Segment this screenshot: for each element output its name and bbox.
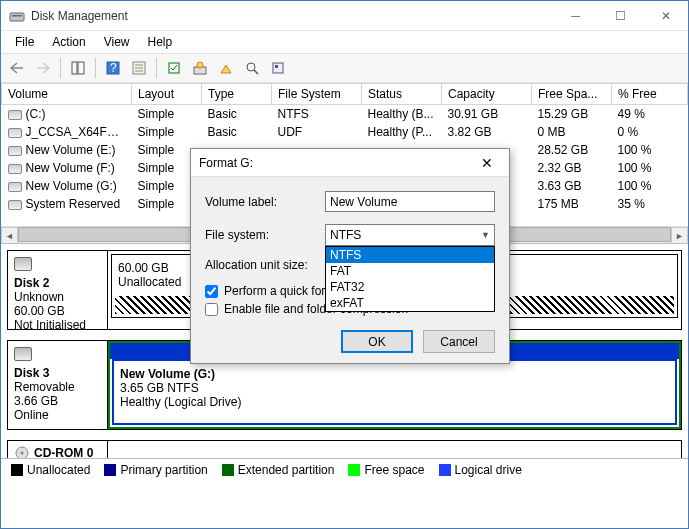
show-hide-button[interactable]: [66, 56, 90, 80]
file-system-value: NTFS: [330, 228, 361, 242]
volume-label-input[interactable]: [325, 191, 495, 212]
table-row[interactable]: J_CCSA_X64FRE_E...SimpleBasicUDFHealthy …: [2, 123, 688, 141]
legend-primary: Primary partition: [104, 463, 207, 477]
disk-name: Disk 2: [14, 276, 101, 290]
dialog-title: Format G:: [199, 156, 473, 170]
format-dialog: Format G: ✕ Volume label: File system: N…: [190, 148, 510, 364]
file-system-label: File system:: [205, 228, 325, 242]
compression-checkbox[interactable]: [205, 303, 218, 316]
window-title: Disk Management: [31, 9, 553, 23]
tool-icon-4[interactable]: [240, 56, 264, 80]
vol-detail: 3.65 GB NTFS: [120, 381, 669, 395]
disk-init: Not Initialised: [14, 318, 101, 332]
menu-file[interactable]: File: [7, 33, 42, 51]
legend: Unallocated Primary partition Extended p…: [1, 458, 688, 480]
svg-rect-2: [72, 62, 77, 74]
legend-extended: Extended partition: [222, 463, 335, 477]
dialog-close-button[interactable]: ✕: [473, 149, 501, 177]
menu-view[interactable]: View: [96, 33, 138, 51]
close-button[interactable]: ✕: [643, 1, 688, 30]
chevron-down-icon: ▼: [481, 230, 490, 240]
menubar: File Action View Help: [1, 31, 688, 53]
disk-icon: [14, 347, 32, 361]
titlebar: Disk Management ─ ☐ ✕: [1, 1, 688, 31]
forward-button[interactable]: [31, 56, 55, 80]
svg-point-18: [21, 452, 24, 455]
tool-icon-1[interactable]: [162, 56, 186, 80]
help-icon[interactable]: ?: [101, 56, 125, 80]
column-headers[interactable]: Volume Layout Type File System Status Ca…: [2, 84, 688, 105]
disk-online: Online: [14, 408, 101, 422]
col-type[interactable]: Type: [202, 84, 272, 105]
cancel-button[interactable]: Cancel: [423, 330, 495, 353]
col-fs[interactable]: File System: [272, 84, 362, 105]
volume-label-label: Volume label:: [205, 195, 325, 209]
col-status[interactable]: Status: [362, 84, 442, 105]
col-free[interactable]: Free Spa...: [532, 84, 612, 105]
svg-point-12: [197, 62, 203, 68]
disk-status: Unknown: [14, 290, 101, 304]
fs-option-fat32[interactable]: FAT32: [326, 279, 494, 295]
vol-name: New Volume (G:): [120, 367, 669, 381]
scroll-left-button[interactable]: ◄: [1, 227, 18, 243]
app-icon: [9, 8, 25, 24]
disk-size: 60.00 GB: [14, 304, 101, 318]
disk-size: 3.66 GB: [14, 394, 101, 408]
col-volume[interactable]: Volume: [2, 84, 132, 105]
menu-action[interactable]: Action: [44, 33, 93, 51]
tool-icon-2[interactable]: [188, 56, 212, 80]
volume-icon: [8, 128, 22, 138]
file-system-dropdown: NTFS FAT FAT32 exFAT: [325, 246, 495, 312]
disk-row[interactable]: CD-ROM 0: [7, 440, 682, 458]
volume-icon: [8, 110, 22, 120]
svg-text:?: ?: [110, 61, 117, 75]
disk-info: CD-ROM 0: [8, 441, 108, 458]
svg-line-14: [254, 70, 258, 74]
properties-icon[interactable]: [127, 56, 151, 80]
fs-option-exfat[interactable]: exFAT: [326, 295, 494, 311]
scroll-right-button[interactable]: ►: [671, 227, 688, 243]
disk-info: Disk 2 Unknown 60.00 GB Not Initialised: [8, 251, 108, 329]
file-system-select[interactable]: NTFS ▼: [325, 224, 495, 246]
svg-point-13: [247, 63, 255, 71]
dialog-titlebar[interactable]: Format G: ✕: [191, 149, 509, 177]
disk-status: Removable: [14, 380, 101, 394]
table-row[interactable]: (C:)SimpleBasicNTFSHealthy (B...30.91 GB…: [2, 105, 688, 124]
svg-rect-16: [275, 65, 278, 68]
col-layout[interactable]: Layout: [132, 84, 202, 105]
fs-option-ntfs[interactable]: NTFS: [326, 247, 494, 263]
fs-option-fat[interactable]: FAT: [326, 263, 494, 279]
volume-icon: [8, 200, 22, 210]
disk-icon: [14, 257, 32, 271]
col-capacity[interactable]: Capacity: [442, 84, 532, 105]
vol-status: Healthy (Logical Drive): [120, 395, 669, 409]
svg-rect-1: [12, 15, 22, 17]
legend-free: Free space: [348, 463, 424, 477]
svg-rect-3: [78, 62, 84, 74]
disk-volume-area[interactable]: [108, 441, 681, 458]
col-pct[interactable]: % Free: [612, 84, 688, 105]
minimize-button[interactable]: ─: [553, 1, 598, 30]
allocation-unit-label: Allocation unit size:: [205, 258, 325, 272]
menu-help[interactable]: Help: [140, 33, 181, 51]
ok-button[interactable]: OK: [341, 330, 413, 353]
quick-format-checkbox[interactable]: [205, 285, 218, 298]
legend-logical: Logical drive: [439, 463, 522, 477]
toolbar: ?: [1, 53, 688, 83]
tool-icon-3[interactable]: [214, 56, 238, 80]
legend-unallocated: Unallocated: [11, 463, 90, 477]
logical-volume[interactable]: New Volume (G:) 3.65 GB NTFS Healthy (Lo…: [112, 359, 677, 425]
maximize-button[interactable]: ☐: [598, 1, 643, 30]
disk-name: Disk 3: [14, 366, 101, 380]
cdrom-name: CD-ROM 0: [34, 446, 93, 458]
disk-info: Disk 3 Removable 3.66 GB Online: [8, 341, 108, 429]
svg-rect-0: [10, 13, 24, 21]
cdrom-icon: [14, 445, 30, 458]
back-button[interactable]: [5, 56, 29, 80]
volume-icon: [8, 182, 22, 192]
volume-icon: [8, 146, 22, 156]
tool-icon-5[interactable]: [266, 56, 290, 80]
volume-icon: [8, 164, 22, 174]
